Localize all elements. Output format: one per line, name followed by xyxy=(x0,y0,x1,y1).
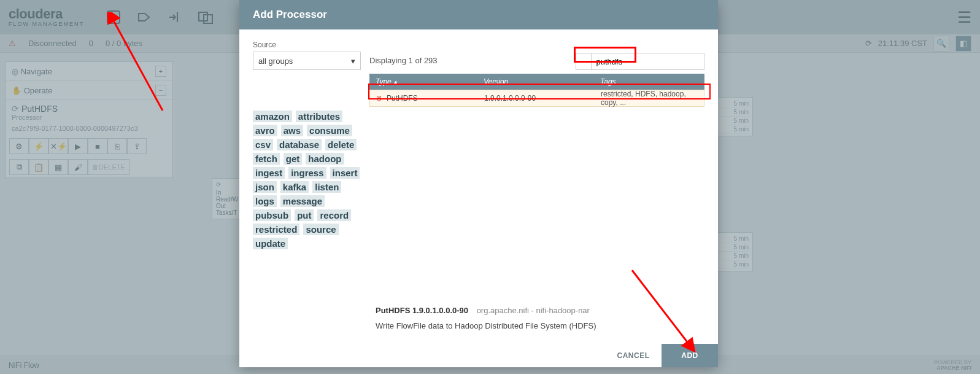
col-tags-header[interactable]: Tags xyxy=(600,77,704,86)
tag-source[interactable]: source xyxy=(303,224,338,235)
tag-message[interactable]: message xyxy=(280,195,325,207)
filter-input[interactable] xyxy=(592,57,704,66)
source-value: all groups xyxy=(258,56,293,66)
tag-delete[interactable]: delete xyxy=(325,139,357,150)
sort-asc-icon: ▴ xyxy=(393,77,397,86)
tag-insert[interactable]: insert xyxy=(330,167,360,179)
add-button[interactable]: ADD xyxy=(662,344,718,367)
tag-put[interactable]: put xyxy=(295,209,314,221)
tag-csv[interactable]: csv xyxy=(253,139,273,150)
selected-description: PutHDFS 1.9.0.1.0.0.0-90 org.apache.nifi… xyxy=(376,300,704,340)
tag-hadoop[interactable]: hadoop xyxy=(306,153,344,165)
selected-title: PutHDFS 1.9.0.1.0.0.0-90 xyxy=(376,306,468,315)
tag-logs[interactable]: logs xyxy=(253,195,277,207)
row-version: 1.9.0.1.0.0.0-90 xyxy=(484,94,601,103)
col-type-header[interactable]: Type xyxy=(376,77,392,86)
tag-ingest[interactable]: ingest xyxy=(253,167,285,179)
tag-record[interactable]: record xyxy=(317,209,351,221)
tag-kafka[interactable]: kafka xyxy=(280,181,309,193)
tag-ingress[interactable]: ingress xyxy=(288,167,326,179)
tag-consume[interactable]: consume xyxy=(307,125,352,136)
tag-aws[interactable]: aws xyxy=(281,125,303,136)
row-tags: restricted, HDFS, hadoop, copy, ... xyxy=(601,90,704,107)
processor-row[interactable]: ⛨PutHDFS 1.9.0.1.0.0.0-90 restricted, HD… xyxy=(369,90,704,107)
display-count: Displaying 1 of 293 xyxy=(369,56,438,65)
filter-search-box[interactable] xyxy=(576,53,704,70)
tag-fetch[interactable]: fetch xyxy=(253,153,280,165)
source-select[interactable]: all groups ▾ xyxy=(253,52,361,70)
tag-database[interactable]: database xyxy=(277,139,322,150)
dialog-actions: CANCEL ADD xyxy=(239,344,718,367)
tag-amazon[interactable]: amazon xyxy=(253,111,292,122)
selected-bundle: org.apache.nifi - nifi-hadoop-nar xyxy=(477,306,590,315)
chevron-down-icon: ▾ xyxy=(351,56,355,66)
selected-desc-text: Write FlowFile data to Hadoop Distribute… xyxy=(376,321,704,330)
tag-cloud: amazonattributesavroawsconsumecsvdatabas… xyxy=(253,107,363,340)
tag-restricted[interactable]: restricted xyxy=(253,224,299,235)
tag-listen[interactable]: listen xyxy=(312,181,341,193)
source-label: Source xyxy=(253,41,361,49)
add-processor-dialog: Add Processor Source all groups ▾ Displa… xyxy=(239,0,718,367)
cancel-button[interactable]: CANCEL xyxy=(605,344,662,367)
tag-update[interactable]: update xyxy=(253,238,288,249)
tag-pubsub[interactable]: pubsub xyxy=(253,209,291,221)
row-type: PutHDFS xyxy=(387,94,418,103)
tag-json[interactable]: json xyxy=(253,181,277,193)
tag-get[interactable]: get xyxy=(284,153,303,165)
processor-table-header: Type ▴ Version Tags xyxy=(369,74,704,90)
dialog-title: Add Processor xyxy=(239,0,718,29)
restricted-icon: ⛨ xyxy=(376,95,383,102)
col-version-header[interactable]: Version xyxy=(484,77,600,86)
tag-avro[interactable]: avro xyxy=(253,125,277,136)
tag-attributes[interactable]: attributes xyxy=(296,111,342,122)
